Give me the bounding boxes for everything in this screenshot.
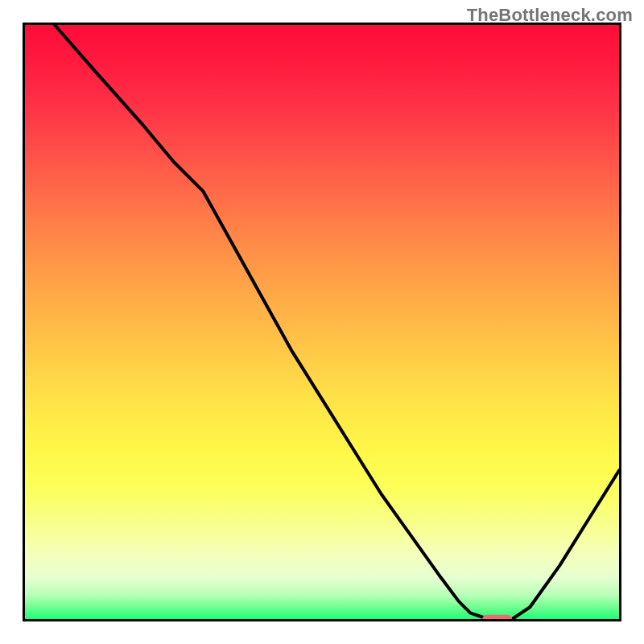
svg-rect-0 xyxy=(482,615,512,619)
optimal-range-marker xyxy=(25,25,619,619)
chart-stage: TheBottleneck.com xyxy=(0,0,644,644)
plot-area xyxy=(23,23,621,621)
